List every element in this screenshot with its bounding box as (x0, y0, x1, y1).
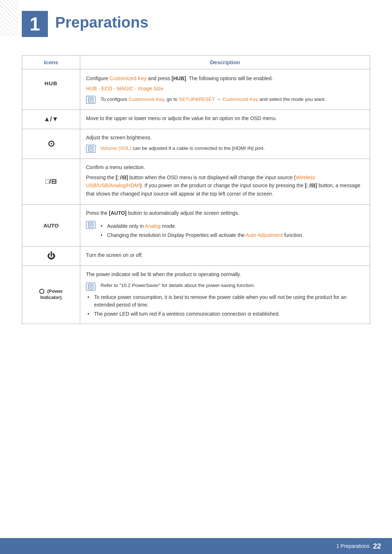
note-icon-power (86, 283, 95, 291)
icon-arrows: ▲/▼ (22, 110, 80, 129)
footer-page: 22 (373, 542, 381, 550)
note-power: Refer to "10.2 PowerSaver" for details a… (86, 282, 364, 291)
note-icon-hub (86, 96, 95, 104)
icon-power: ⏻ (22, 246, 80, 266)
icon-input: □/⊟ (22, 159, 80, 205)
chapter-block: 1 Preparations (22, 11, 370, 37)
desc-power-indicator: The power indicator will be lit when the… (80, 266, 370, 324)
desc-auto: Press the [AUTO] button to automatically… (80, 205, 370, 246)
table-row: AUTO Press the [AUTO] button to automati… (22, 205, 370, 246)
desc-arrows: Move to the upper or lower menu or adjus… (80, 110, 370, 129)
note-hub: To configure Customized Key, go to SETUP… (86, 96, 364, 104)
footer-label: 1 Preparations (336, 543, 369, 549)
table-row: HUB Configure Customized Key and press [… (22, 69, 370, 110)
chapter-title: Preparations (55, 11, 148, 31)
col-header-icons: Icons (22, 56, 80, 69)
footer: 1 Preparations 22 (0, 538, 392, 554)
content-area: Icons Description HUB Configure Customiz… (0, 44, 392, 335)
main-table: Icons Description HUB Configure Customiz… (22, 55, 370, 324)
header-section: 1 Preparations (0, 0, 392, 44)
note-icon-brightness (86, 145, 95, 153)
icon-brightness: ⊙ (22, 129, 80, 159)
circle-icon (39, 289, 44, 294)
table-row: ▲/▼ Move to the upper or lower menu or a… (22, 110, 370, 129)
table-row: (Power Indicator) The power indicator wi… (22, 266, 370, 324)
chapter-number: 1 (22, 11, 48, 37)
icon-hub: HUB (22, 69, 80, 110)
col-header-description: Description (80, 56, 370, 69)
auto-bullets: Available only in Analog mode. Changing … (101, 222, 303, 241)
table-row: ⏻ Turn the screen on or off. (22, 246, 370, 266)
table-row: ⊙ Adjust the screen brightness. (22, 129, 370, 159)
desc-power: Turn the screen on or off. (80, 246, 370, 266)
icon-auto: AUTO (22, 205, 80, 246)
desc-input: Confirm a menu selection. Pressing the [… (80, 159, 370, 205)
icon-power-indicator: (Power Indicator) (22, 266, 80, 324)
power-bullets: To reduce power consumption, it is best … (87, 294, 364, 318)
desc-hub: Configure Customized Key and press [HUB]… (80, 69, 370, 110)
note-auto: Available only in Analog mode. Changing … (86, 220, 364, 241)
desc-brightness: Adjust the screen brightness. Volume (VO… (80, 129, 370, 159)
note-brightness: Volume (VOL) can be adjusted if a cable … (86, 145, 364, 153)
note-icon-auto (86, 221, 95, 229)
table-row: □/⊟ Confirm a menu selection. Pressing t… (22, 159, 370, 205)
